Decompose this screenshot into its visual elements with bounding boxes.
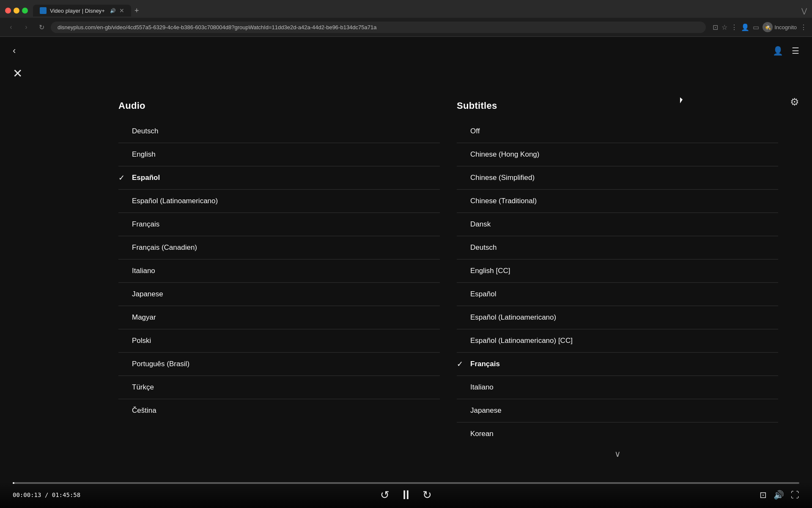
subtitle-item[interactable]: ✓ Chinese (Simplified) — [457, 166, 778, 190]
cast-button[interactable]: ⊡ — [760, 490, 767, 500]
audio-item[interactable]: ✓ Deutsch — [118, 120, 440, 143]
minimize-window-button[interactable] — [14, 8, 19, 14]
settings-button[interactable]: ⚙ — [790, 96, 799, 108]
time-separator: / — [45, 491, 52, 498]
language-label: Türkçe — [132, 383, 154, 392]
extensions-icon[interactable]: ⋮ — [731, 23, 738, 31]
subtitle-item[interactable]: ✓ Japanese — [457, 399, 778, 422]
active-tab[interactable]: Video player | Disney+ 🔊 ✕ — [33, 5, 131, 17]
tab-close-button[interactable]: ✕ — [119, 7, 124, 14]
subtitles-panel: Subtitles ✓ Off ✓ Chinese (Hong Kong) ✓ … — [457, 100, 778, 458]
audio-panel: Audio ✓ Deutsch ✓ English ✓ Español ✓ Es… — [118, 100, 457, 458]
tab-audio-icon: 🔊 — [110, 8, 116, 14]
sidebar-icon[interactable]: ▭ — [753, 23, 759, 31]
subtitle-item[interactable]: ✓ English [CC] — [457, 260, 778, 283]
subtitle-item[interactable]: ✓ Español (Latinoamericano) — [457, 306, 778, 329]
incognito-button[interactable]: 🕵 Incognito — [763, 22, 797, 32]
url-bar[interactable] — [51, 22, 706, 33]
incognito-avatar: 🕵 — [763, 22, 773, 32]
rewind-button[interactable]: ↺ — [380, 489, 390, 502]
traffic-lights — [5, 8, 28, 14]
audio-item[interactable]: ✓ Čeština — [118, 399, 440, 422]
back-nav-button[interactable]: ‹ — [5, 21, 17, 33]
language-label: Español (Latinoamericano) [CC] — [470, 337, 573, 345]
bottom-right-controls: ⊡ 🔊 ⛶ — [760, 490, 799, 500]
language-label: Chinese (Simplified) — [470, 174, 535, 182]
language-label: Italiano — [470, 383, 494, 392]
language-label: Polski — [132, 337, 151, 345]
language-label: Español — [470, 290, 496, 298]
chevron-down-icon[interactable]: ∨ — [614, 449, 621, 458]
cast-icon[interactable]: ⊡ — [713, 23, 718, 31]
progress-bar[interactable] — [13, 482, 799, 484]
forward-nav-button[interactable]: › — [20, 21, 32, 33]
more-indicator: ∨ — [457, 449, 778, 459]
language-label: Español (Latinoamericano) — [132, 197, 218, 205]
audio-item[interactable]: ✓ Español (Latinoamericano) — [118, 190, 440, 213]
subtitle-item[interactable]: ✓ Italiano — [457, 376, 778, 399]
subtitle-item[interactable]: ✓ Korean — [457, 422, 778, 445]
bookmark-icon[interactable]: ☆ — [721, 23, 727, 31]
progress-bar-fill — [13, 482, 14, 484]
language-label: Deutsch — [470, 243, 497, 252]
pause-button[interactable]: ⏸ — [400, 488, 412, 502]
subtitle-item[interactable]: ✓ Español — [457, 283, 778, 306]
center-playback-controls: ↺ ⏸ ↻ — [380, 488, 432, 502]
video-player: ‹ 👤 ☰ ✕ ⚙ Audio ✓ Deutsch ✓ English ✓ Es… — [0, 37, 812, 508]
subtitle-item[interactable]: ✓ Dansk — [457, 213, 778, 236]
player-top-right-controls: 👤 ☰ — [773, 46, 799, 56]
language-label: Dansk — [470, 220, 491, 229]
fullscreen-button[interactable]: ⛶ — [791, 490, 799, 500]
language-panel-container: Audio ✓ Deutsch ✓ English ✓ Español ✓ Es… — [118, 100, 778, 458]
language-label: English [CC] — [470, 267, 510, 275]
window-controls: ⋁ — [801, 7, 807, 15]
audio-item[interactable]: ✓ Français — [118, 213, 440, 236]
audio-item[interactable]: ✓ Japanese — [118, 283, 440, 306]
language-label: Français — [132, 220, 159, 229]
subtitle-item[interactable]: ✓ Français — [457, 353, 778, 376]
language-label: Magyar — [132, 313, 156, 322]
language-label: Korean — [470, 430, 494, 438]
player-top-bar: ‹ 👤 ☰ — [0, 37, 812, 65]
audio-item[interactable]: ✓ Italiano — [118, 260, 440, 283]
new-tab-button[interactable]: + — [134, 6, 139, 15]
browser-toolbar: ⊡ ☆ ⋮ 👤 ▭ 🕵 Incognito ⋮ — [713, 22, 807, 32]
maximize-window-button[interactable] — [22, 8, 28, 14]
audio-item[interactable]: ✓ Magyar — [118, 306, 440, 329]
profile-icon[interactable]: 👤 — [741, 23, 749, 31]
reload-button[interactable]: ↻ — [36, 21, 47, 33]
time-display: 00:00:13 / 01:45:58 — [13, 491, 80, 498]
close-window-button[interactable] — [5, 8, 11, 14]
subtitle-item[interactable]: ✓ Chinese (Hong Kong) — [457, 143, 778, 166]
language-label: Français (Canadien) — [132, 243, 197, 252]
subtitle-item[interactable]: ✓ Deutsch — [457, 236, 778, 260]
episodes-list-icon[interactable]: ☰ — [792, 46, 799, 56]
language-label: English — [132, 150, 156, 159]
fast-forward-button[interactable]: ↻ — [422, 489, 432, 502]
audio-item[interactable]: ✓ Français (Canadien) — [118, 236, 440, 260]
player-bottom-controls: 00:00:13 / 01:45:58 ↺ ⏸ ↻ ⊡ 🔊 ⛶ — [0, 482, 812, 508]
audio-item[interactable]: ✓ Español — [118, 166, 440, 190]
language-label: Deutsch — [132, 127, 158, 135]
audio-item[interactable]: ✓ Polski — [118, 329, 440, 353]
subtitle-item[interactable]: ✓ Chinese (Traditional) — [457, 190, 778, 213]
audio-item[interactable]: ✓ Türkçe — [118, 376, 440, 399]
player-back-button[interactable]: ‹ — [13, 45, 16, 56]
subtitle-item[interactable]: ✓ Off — [457, 120, 778, 143]
audio-item[interactable]: ✓ Português (Brasil) — [118, 353, 440, 376]
language-label: Español (Latinoamericano) — [470, 313, 556, 322]
total-time: 01:45:58 — [52, 491, 80, 498]
subtitles-language-list: ✓ Off ✓ Chinese (Hong Kong) ✓ Chinese (S… — [457, 120, 778, 445]
close-panel-button[interactable]: ✕ — [13, 66, 22, 80]
tab-favicon — [40, 7, 47, 14]
language-label: Chinese (Hong Kong) — [470, 150, 539, 159]
language-label: Off — [470, 127, 480, 135]
language-label: Français — [470, 360, 500, 368]
volume-button[interactable]: 🔊 — [774, 490, 784, 500]
audio-item[interactable]: ✓ English — [118, 143, 440, 166]
profiles-icon[interactable]: 👤 — [773, 46, 783, 56]
selected-check-icon: ✓ — [118, 173, 127, 182]
subtitle-item[interactable]: ✓ Español (Latinoamericano) [CC] — [457, 329, 778, 353]
menu-button[interactable]: ⋮ — [800, 23, 807, 31]
bottom-left-controls: 00:00:13 / 01:45:58 — [13, 491, 80, 498]
